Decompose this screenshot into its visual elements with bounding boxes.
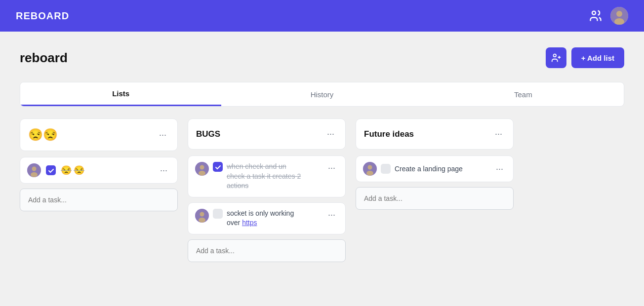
task-emoji-row: 😒 😒: [61, 165, 152, 176]
svg-point-12: [199, 171, 205, 176]
list-2-title: BUGS: [196, 129, 220, 139]
user-avatar[interactable]: [610, 7, 628, 25]
add-task-input-3[interactable]: [356, 187, 514, 210]
task-card-t4: Create a landing page ···: [356, 155, 514, 182]
main-content: reboard + Add list Lists History Team 😒😒: [0, 32, 644, 278]
add-task-input-1[interactable]: [20, 189, 178, 211]
task-2-line-2: check a task it creates 2: [227, 172, 321, 182]
board-header: reboard + Add list: [20, 47, 624, 68]
task-4-label: Create a landing page: [395, 165, 489, 173]
task-2-line-3: actions: [227, 181, 321, 191]
lists-container: 😒😒 ··· 😒: [20, 118, 624, 262]
add-list-button[interactable]: + Add list: [571, 47, 624, 68]
list-2-more-button[interactable]: ···: [324, 128, 337, 140]
svg-point-11: [200, 165, 204, 170]
task-emoji-1: 😒: [61, 165, 72, 176]
list-column-3: Future ideas ··· Create a landing page ·…: [356, 118, 514, 210]
list-header-3: Future ideas ···: [356, 118, 514, 150]
list-3-more-button[interactable]: ···: [492, 128, 505, 140]
task-4-more-button[interactable]: ···: [493, 163, 506, 175]
list-3-title: Future ideas: [364, 129, 414, 139]
tab-lists[interactable]: Lists: [20, 82, 221, 106]
board-actions: + Add list: [546, 47, 624, 68]
task-4-avatar: [363, 162, 377, 176]
task-3-more-button[interactable]: ···: [325, 209, 338, 221]
view-tabs: Lists History Team: [20, 82, 624, 107]
manage-members-button[interactable]: [546, 47, 566, 68]
board-title: reboard: [20, 50, 68, 66]
list-1-title: 😒😒: [28, 128, 58, 142]
task-2-checkbox[interactable]: [213, 162, 223, 172]
task-3-checkbox[interactable]: [213, 209, 223, 219]
task-card-t3: socket is only working over https ···: [188, 202, 346, 234]
people-icon-button[interactable]: [589, 9, 603, 23]
svg-point-2: [616, 11, 622, 17]
task-2-more-button[interactable]: ···: [325, 162, 338, 174]
task-3-line-1: socket is only working: [227, 209, 321, 219]
svg-point-4: [553, 54, 556, 57]
svg-point-17: [368, 165, 372, 170]
list-column-2: BUGS ···: [188, 118, 346, 262]
task-2-body: when check and un check a task it create…: [227, 162, 321, 191]
list-header-2: BUGS ···: [188, 118, 346, 150]
task-3-avatar: [195, 209, 209, 223]
task-card-t1: 😒 😒 ···: [20, 157, 178, 184]
add-task-input-2[interactable]: [188, 239, 346, 262]
app-header: REBOARD: [0, 0, 644, 32]
task-card-t2: when check and un check a task it create…: [188, 155, 346, 197]
task-3-line-2: over https: [227, 218, 321, 228]
svg-point-18: [366, 171, 373, 176]
svg-point-8: [32, 167, 37, 171]
task-2-line-1: when check and un: [227, 162, 321, 172]
task-2-avatar: [195, 162, 209, 176]
task-3-link[interactable]: https: [242, 219, 257, 227]
list-1-more-button[interactable]: ···: [156, 129, 169, 141]
tab-team[interactable]: Team: [423, 82, 624, 106]
svg-point-9: [31, 172, 38, 177]
header-right: [589, 7, 628, 25]
svg-point-14: [200, 212, 204, 216]
task-avatar: [27, 163, 41, 177]
tab-history[interactable]: History: [221, 82, 422, 106]
list-header-1: 😒😒 ···: [20, 118, 178, 151]
list-column-1: 😒😒 ··· 😒: [20, 118, 178, 211]
task-more-button[interactable]: ···: [157, 164, 170, 177]
task-row-t2: when check and un check a task it create…: [195, 162, 338, 191]
task-4-checkbox[interactable]: [381, 164, 391, 174]
task-3-body: socket is only working over https: [227, 209, 321, 228]
task-row-t3: socket is only working over https ···: [195, 209, 338, 228]
task-checkbox-done[interactable]: [46, 165, 56, 175]
svg-point-0: [592, 11, 596, 15]
task-emoji-2: 😒: [74, 165, 84, 176]
svg-point-15: [199, 218, 205, 223]
app-logo: REBOARD: [16, 10, 69, 22]
task-3-pre: over: [227, 219, 242, 227]
